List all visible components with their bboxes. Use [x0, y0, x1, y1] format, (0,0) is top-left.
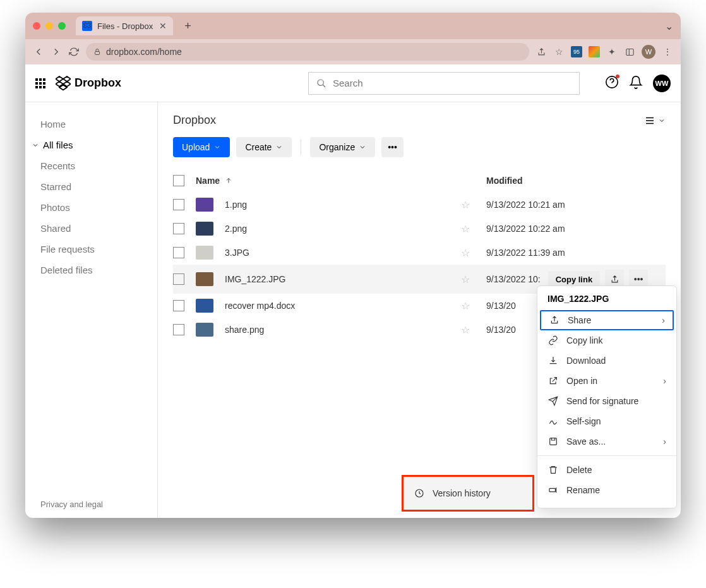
sidebar-item-recents[interactable]: Recents — [25, 155, 157, 176]
menu-item-rename[interactable]: Rename — [537, 480, 676, 500]
menu-item-delete[interactable]: Delete — [537, 460, 676, 480]
menu-item-download[interactable]: Download — [537, 351, 676, 371]
chevron-down-icon — [359, 143, 366, 151]
search-input[interactable]: Search — [308, 72, 580, 95]
col-name-label: Name — [196, 176, 220, 186]
file-thumbnail — [196, 246, 213, 260]
menu-separator — [537, 455, 676, 456]
menu-item-send-signature[interactable]: Send for signature — [537, 391, 676, 411]
minimize-window-button[interactable] — [45, 22, 53, 30]
app-header: Dropbox Search WW — [25, 64, 681, 102]
menu-title: IMG_1222.JPG — [537, 294, 676, 310]
row-checkbox[interactable] — [173, 223, 184, 234]
sidebar-item-shared[interactable]: Shared — [25, 218, 157, 239]
menu-label: Self-sign — [566, 416, 601, 426]
apps-grid-icon[interactable] — [35, 78, 45, 88]
organize-button[interactable]: Organize — [310, 137, 375, 157]
button-label: Upload — [182, 142, 210, 152]
back-button[interactable] — [33, 46, 44, 57]
footer-privacy-link[interactable]: Privacy and legal — [40, 500, 103, 509]
column-header-name[interactable]: Name — [196, 176, 461, 186]
row-checkbox[interactable] — [173, 324, 184, 335]
select-all-checkbox[interactable] — [173, 175, 184, 186]
sidebar-item-deleted-files[interactable]: Deleted files — [25, 260, 157, 280]
sidebar-item-starred[interactable]: Starred — [25, 176, 157, 197]
main-content: Dropbox Upload Create Organize — [158, 102, 681, 518]
menu-item-self-sign[interactable]: Self-sign — [537, 411, 676, 431]
open-in-icon — [547, 376, 559, 386]
star-icon[interactable]: ☆ — [461, 301, 470, 311]
file-thumbnail — [196, 323, 213, 337]
row-checkbox[interactable] — [173, 199, 184, 210]
browser-tab[interactable]: Files - Dropbox ✕ — [76, 16, 173, 35]
toolbar: Upload Create Organize ••• — [173, 137, 666, 157]
sidebar-item-file-requests[interactable]: File requests — [25, 239, 157, 260]
new-tab-button[interactable]: + — [179, 17, 196, 35]
share-icon — [549, 315, 560, 325]
more-toolbar-button[interactable]: ••• — [381, 137, 404, 157]
column-header-modified[interactable]: Modified — [486, 176, 666, 186]
user-avatar[interactable]: WW — [653, 75, 671, 92]
svg-line-4 — [323, 85, 325, 87]
star-icon[interactable]: ☆ — [461, 325, 470, 335]
dropbox-logo[interactable]: Dropbox — [56, 76, 121, 91]
file-name: 2.png — [225, 224, 247, 234]
close-window-button[interactable] — [33, 22, 40, 30]
menu-label: Open in — [566, 376, 597, 386]
file-name: 1.png — [225, 200, 247, 210]
share-safari-icon[interactable] — [535, 46, 547, 57]
star-icon[interactable]: ☆ — [461, 224, 470, 234]
menu-label: Delete — [566, 465, 592, 475]
tabs-chevron-icon[interactable]: ⌄ — [665, 20, 673, 32]
reload-button[interactable] — [68, 47, 80, 57]
address-bar[interactable]: dropbox.com/home — [86, 43, 529, 61]
file-context-menu: IMG_1222.JPG Share › Copy link Download … — [537, 285, 677, 508]
extension-badge-2[interactable] — [589, 46, 600, 57]
link-icon — [547, 335, 559, 345]
menu-item-save-as[interactable]: Save as... › — [537, 431, 676, 452]
file-modified: 9/13/20 — [486, 301, 516, 311]
row-checkbox[interactable] — [173, 300, 184, 311]
notifications-bell-icon[interactable] — [629, 75, 643, 92]
file-thumbnail — [196, 272, 213, 286]
file-row[interactable]: 3.JPG ☆ 9/13/2022 11:39 am — [173, 241, 666, 265]
menu-label: Share — [568, 315, 591, 325]
extensions-puzzle-icon[interactable]: ✦ — [606, 46, 618, 57]
chrome-profile-avatar[interactable]: W — [642, 45, 655, 59]
chevron-right-icon: › — [663, 376, 666, 386]
extension-badge-1[interactable]: 95 — [571, 46, 582, 57]
help-icon[interactable] — [605, 75, 619, 92]
row-checkbox[interactable] — [173, 247, 184, 258]
view-toggle[interactable] — [644, 115, 666, 126]
close-tab-icon[interactable]: ✕ — [159, 21, 167, 31]
button-label: Create — [245, 142, 272, 152]
star-icon[interactable]: ☆ — [461, 274, 470, 285]
svg-rect-10 — [549, 488, 555, 491]
file-modified: 9/13/20 — [486, 325, 516, 335]
file-row[interactable]: 2.png ☆ 9/13/2022 10:22 am — [173, 217, 666, 241]
sidebar-item-photos[interactable]: Photos — [25, 197, 157, 218]
sidebar-item-all-files[interactable]: All files — [25, 135, 157, 155]
file-modified: 9/13/2022 10:22 am — [486, 224, 565, 234]
menu-item-copy-link[interactable]: Copy link — [537, 330, 676, 351]
create-button[interactable]: Create — [236, 137, 292, 157]
file-modified: 9/13/2022 11:39 am — [486, 248, 565, 258]
menu-item-version-history[interactable]: Version history — [404, 483, 532, 503]
page-title: Dropbox — [173, 114, 216, 127]
row-checkbox[interactable] — [173, 273, 184, 285]
upload-button[interactable]: Upload — [173, 137, 230, 157]
sidebar-item-home[interactable]: Home — [25, 114, 157, 135]
bookmark-star-icon[interactable]: ☆ — [553, 46, 565, 57]
star-icon[interactable]: ☆ — [461, 248, 470, 258]
sidepanel-icon[interactable] — [624, 46, 635, 57]
chevron-down-icon — [32, 141, 39, 149]
table-header: Name Modified — [173, 169, 666, 193]
chrome-menu-icon[interactable]: ⋮ — [662, 46, 673, 57]
list-view-icon — [644, 115, 655, 126]
star-icon[interactable]: ☆ — [461, 200, 470, 210]
file-row[interactable]: 1.png ☆ 9/13/2022 10:21 am — [173, 193, 666, 217]
menu-item-open-in[interactable]: Open in › — [537, 371, 676, 391]
maximize-window-button[interactable] — [58, 22, 66, 30]
menu-item-share[interactable]: Share › — [540, 310, 674, 330]
forward-button[interactable] — [51, 46, 62, 57]
